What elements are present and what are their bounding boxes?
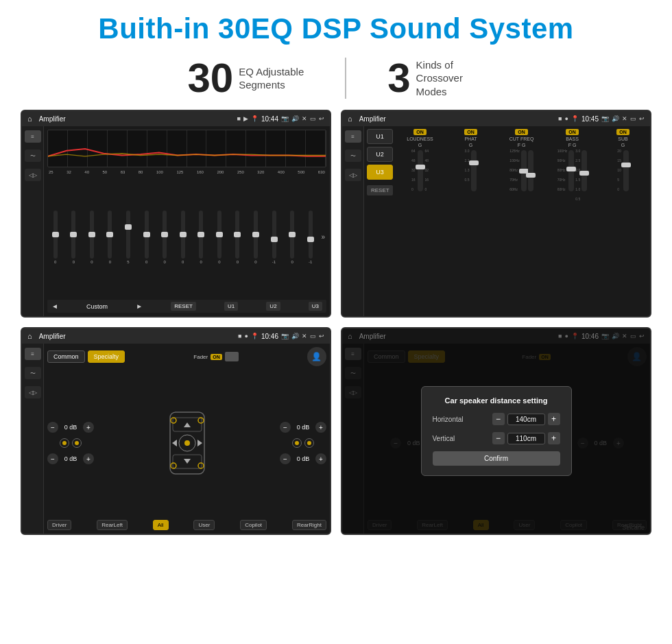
sidebar-vol-btn-3[interactable]: ◁▷ (25, 386, 41, 398)
home-icon-2[interactable]: ⌂ (348, 115, 352, 123)
confirm-button[interactable]: Confirm (433, 451, 560, 466)
sidebar-vol-btn-2[interactable]: ◁▷ (345, 169, 361, 181)
eq-nav-row: ◄ Custom ► RESET U1 U2 U3 (47, 300, 326, 313)
bass-slider-g[interactable] (581, 150, 587, 191)
all-btn[interactable]: All (153, 520, 169, 530)
vol-tl-minus[interactable]: − (47, 422, 58, 433)
eq-next-btn[interactable]: ► (136, 302, 143, 310)
eq-main: 2532405063 80100125160200 25032040050063… (44, 126, 330, 316)
rearright-btn[interactable]: RearRight (292, 520, 326, 530)
crossover-reset-btn[interactable]: RESET (367, 185, 393, 195)
back-icon-2[interactable]: ↩ (639, 115, 645, 122)
crossover-sidebar: ≡ 〜 ◁▷ (342, 126, 364, 316)
home-icon-3[interactable]: ⌂ (27, 332, 32, 340)
eq-slider-12[interactable]: 0 (248, 211, 264, 264)
eq-slider-14[interactable]: 0 (284, 211, 300, 264)
bass-toggle[interactable]: ON (566, 129, 579, 135)
eq-slider-7[interactable]: 0 (156, 211, 173, 264)
vol-tr-plus[interactable]: + (315, 422, 326, 433)
profile-icon[interactable]: 👤 (307, 347, 326, 366)
dialog-horizontal-input-group: − 140cm + (492, 413, 560, 425)
vol-br-plus[interactable]: + (315, 453, 326, 464)
dialog-vertical-minus[interactable]: − (492, 432, 505, 444)
back-icon[interactable]: ↩ (319, 115, 324, 122)
back-icon-3[interactable]: ↩ (319, 333, 324, 339)
sidebar-eq-btn-2[interactable]: ≡ (345, 130, 361, 143)
fader-common-btn[interactable]: Common (47, 350, 85, 363)
eq-u3-btn[interactable]: U3 (309, 302, 322, 311)
camera-icon-2: 📷 (601, 115, 609, 122)
rearleft-btn[interactable]: RearLeft (97, 520, 128, 530)
cutfreq-slider-g[interactable] (528, 150, 533, 191)
eq-slider-9[interactable]: 0 (193, 211, 210, 264)
vol-bl-minus[interactable]: − (47, 453, 58, 464)
record-icon-3: ■ (238, 333, 241, 339)
channel-bass: ON BASS F G 100Hz90Hz80Hz70Hz60Hz (548, 129, 597, 313)
eq-slider-4[interactable]: 0 (102, 211, 119, 264)
sidebar-wave-btn[interactable]: 〜 (25, 150, 41, 162)
vol-tl-plus[interactable]: + (83, 422, 94, 433)
loudness-scale-2: 644832160 (425, 149, 429, 193)
loudness-scale: 644832160 (411, 149, 416, 193)
dialog-horizontal-plus[interactable]: + (548, 413, 560, 425)
car-diagram (98, 405, 276, 481)
cutfreq-slider-f[interactable] (521, 150, 527, 191)
loudness-toggle[interactable]: ON (413, 129, 427, 135)
eq-slider-6[interactable]: 0 (139, 211, 155, 264)
eq-u1-btn[interactable]: U1 (224, 302, 238, 311)
crossover-u1-btn[interactable]: U1 (367, 129, 393, 144)
vol-tr-minus[interactable]: − (280, 422, 291, 433)
vol-bl-value: 0 dB (61, 455, 80, 462)
sub-toggle[interactable]: ON (616, 129, 629, 135)
eq-slider-11[interactable]: 0 (230, 211, 246, 264)
svg-marker-5 (184, 422, 191, 427)
sidebar-eq-btn-3[interactable]: ≡ (25, 348, 41, 360)
sidebar-eq-btn[interactable]: ≡ (25, 130, 41, 143)
vol-br-value: 0 dB (293, 455, 313, 462)
eq-slider-5[interactable]: 5 (120, 211, 136, 264)
dialog-horizontal-minus[interactable]: − (492, 413, 505, 425)
cutfreq-toggle[interactable]: ON (515, 129, 528, 135)
dialog-vertical-plus[interactable]: + (548, 432, 560, 444)
fader-slider-icon (225, 352, 239, 361)
fader-specialty-btn[interactable]: Specialty (88, 350, 125, 363)
eq-prev-btn[interactable]: ◄ (51, 302, 58, 310)
driver-btn[interactable]: Driver (47, 520, 71, 530)
crossover-u3-btn[interactable]: U3 (367, 165, 393, 180)
user-btn[interactable]: User (193, 520, 215, 530)
vol-br-minus[interactable]: − (280, 453, 291, 464)
dialog-vertical-input[interactable]: 110cm (507, 433, 545, 444)
channel-sub: ON SUB G 20151050 (599, 129, 647, 313)
dialog-horizontal-input[interactable]: 140cm (507, 414, 545, 425)
screens-grid: ⌂ Amplifier ■ ▶ 📍 10:44 📷 🔊 ✕ ▭ ↩ ≡ 〜 ◁▷ (0, 110, 672, 535)
sidebar-wave-btn-2[interactable]: 〜 (345, 150, 361, 162)
eq-slider-1[interactable]: 0 (47, 211, 64, 264)
copilot-btn[interactable]: Copilot (240, 520, 267, 530)
bass-slider-f[interactable] (568, 150, 574, 191)
sidebar-wave-btn-3[interactable]: 〜 (25, 367, 41, 379)
eq-sidebar: ≡ 〜 ◁▷ (22, 126, 44, 316)
crossover-u2-btn[interactable]: U2 (367, 147, 393, 162)
eq-slider-13[interactable]: -1 (266, 211, 283, 264)
eq-slider-3[interactable]: 0 (84, 211, 100, 264)
loudness-slider[interactable] (418, 150, 423, 191)
crossover-screen-content: ≡ 〜 ◁▷ U1 U2 U3 RESET ON L (342, 126, 650, 316)
eq-slider-10[interactable]: 0 (211, 211, 228, 264)
cutfreq-fg-label: F G (518, 143, 526, 147)
bass-name: BASS (566, 136, 579, 141)
eq-screen-title: Amplifier (39, 115, 233, 123)
eq-reset-btn[interactable]: RESET (171, 302, 196, 311)
sidebar-vol-btn[interactable]: ◁▷ (25, 169, 41, 181)
pin-icon-2: 📍 (571, 115, 579, 122)
eq-slider-2[interactable]: 0 (66, 211, 82, 264)
phat-slider[interactable] (471, 150, 477, 191)
vol-bl-plus[interactable]: + (83, 453, 94, 464)
eq-slider-8[interactable]: 0 (175, 211, 191, 264)
eq-slider-15[interactable]: -1 (302, 211, 319, 264)
stat-eq-label: EQ AdjustableSegments (239, 65, 304, 92)
home-icon[interactable]: ⌂ (27, 115, 32, 123)
phat-toggle[interactable]: ON (464, 129, 477, 135)
sub-slider[interactable] (623, 150, 629, 191)
eq-u2-btn[interactable]: U2 (266, 302, 280, 311)
stat-eq: 30 EQ AdjustableSegments (146, 58, 345, 99)
